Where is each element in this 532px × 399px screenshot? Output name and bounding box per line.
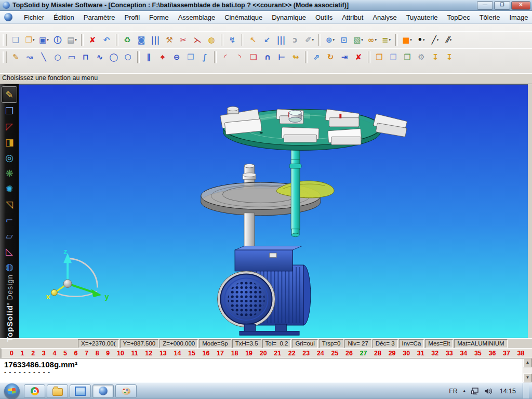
separator[interactable]: [242, 34, 244, 46]
open-icon[interactable]: ❐▾: [23, 33, 37, 47]
level-number[interactable]: 26: [345, 350, 353, 357]
level-number[interactable]: 36: [488, 350, 496, 357]
analyze-element-icon[interactable]: ↙: [260, 33, 274, 47]
level-number[interactable]: 4: [52, 350, 56, 357]
new-document-icon[interactable]: ❏: [9, 33, 23, 47]
level-number[interactable]: 7: [85, 350, 88, 357]
torus-icon[interactable]: ◍: [205, 33, 219, 47]
sidebar-bearing-icon[interactable]: ◎: [2, 150, 17, 165]
level-number[interactable]: 19: [245, 350, 252, 357]
speaker-icon[interactable]: [484, 388, 493, 395]
level-number[interactable]: 37: [503, 350, 510, 357]
save-icon[interactable]: ▣▾: [37, 33, 51, 47]
close-button[interactable]: ✕: [511, 1, 530, 10]
image-capture-icon[interactable]: ▧▾: [351, 33, 365, 47]
network-icon[interactable]: [471, 388, 480, 395]
level-number[interactable]: 11: [131, 350, 138, 357]
menu-item[interactable]: Analyse: [368, 12, 401, 23]
sidebar-pipe-icon[interactable]: ⌐: [2, 212, 17, 228]
level-number[interactable]: 28: [374, 350, 381, 357]
attribute-bars-icon[interactable]: |||: [149, 33, 163, 47]
box-solid-icon[interactable]: ❒: [184, 50, 198, 64]
recycle-bin-icon[interactable]: ♻: [121, 33, 135, 47]
toolbar-grip[interactable]: [3, 34, 7, 46]
separator[interactable]: [81, 34, 84, 46]
kinematic-cut-icon[interactable]: ✂: [177, 33, 191, 47]
taskbar-topsolid-button[interactable]: [92, 384, 114, 398]
menu-item[interactable]: Tôlerie: [475, 12, 504, 23]
level-number[interactable]: 33: [446, 350, 453, 357]
level-number[interactable]: 17: [217, 350, 224, 357]
menu-item[interactable]: Édition: [49, 12, 78, 23]
viewport-3d[interactable]: z y x: [19, 84, 528, 338]
rectangle-icon[interactable]: ▭: [65, 50, 79, 64]
circle-icon[interactable]: ○: [51, 50, 65, 64]
level-number[interactable]: 27: [360, 350, 367, 357]
menu-item[interactable]: Fichier: [20, 12, 48, 23]
taskbar-paint-button[interactable]: [115, 384, 137, 398]
taskbar-imageviewer-button[interactable]: [70, 384, 91, 398]
edit-function-icon[interactable]: ↯: [225, 33, 240, 47]
sidebar-turbine-icon[interactable]: ✺: [2, 181, 17, 196]
sidebar-sketch-icon[interactable]: ✎: [2, 86, 17, 103]
level-number[interactable]: 32: [431, 350, 438, 357]
assembly-constrain-icon[interactable]: ❒: [401, 50, 415, 64]
corner-frame-icon[interactable]: ⊓: [79, 50, 93, 64]
scroll-up-icon[interactable]: ▲: [523, 358, 532, 367]
tools-hammer-icon[interactable]: ⚒: [163, 33, 177, 47]
curve-tools-icon[interactable]: ↬: [289, 50, 303, 64]
hook-icon[interactable]: ɔ: [288, 33, 302, 47]
rotate-icon[interactable]: ↻: [324, 50, 338, 64]
level-number[interactable]: 18: [231, 350, 238, 357]
restore-button[interactable]: ❐: [494, 1, 510, 10]
level-number[interactable]: 6: [74, 350, 78, 357]
tray-expand-icon[interactable]: ▲: [462, 389, 467, 393]
document-info-icon[interactable]: ⓘ: [51, 33, 65, 47]
menu-item[interactable]: Tuyauterie: [402, 12, 442, 23]
delete-element-icon[interactable]: ✘: [352, 50, 366, 64]
assembly-part-icon[interactable]: ❒: [373, 50, 387, 64]
glasses-view-icon[interactable]: ∞▾: [365, 33, 379, 47]
level-number[interactable]: 34: [460, 350, 467, 357]
taskbar-explorer-button[interactable]: [47, 384, 68, 398]
separator[interactable]: [368, 51, 370, 63]
line-icon[interactable]: ╲: [37, 50, 51, 64]
level-number[interactable]: 5: [63, 350, 67, 357]
undo-icon[interactable]: ↶: [100, 33, 114, 47]
drilling-icon[interactable]: ↧: [429, 50, 443, 64]
language-indicator[interactable]: FR: [449, 388, 458, 395]
stamp-icon[interactable]: ✐▾: [302, 33, 316, 47]
spline-icon[interactable]: ∿: [93, 50, 107, 64]
mannequin-icon[interactable]: ⋋: [191, 33, 205, 47]
sidebar-solid-icon[interactable]: ❒: [2, 103, 17, 118]
separator[interactable]: [305, 51, 308, 63]
separator[interactable]: [221, 34, 223, 46]
sidebar-surface-icon[interactable]: ◸: [2, 118, 17, 134]
modify-element-icon[interactable]: ↖: [246, 33, 260, 47]
separator[interactable]: [137, 51, 140, 63]
message-scrollbar[interactable]: ▲ ▼: [523, 358, 532, 382]
drilling-table-icon[interactable]: ↧: [443, 50, 457, 64]
fillet-corner-icon[interactable]: ◜: [219, 50, 233, 64]
level-number[interactable]: 16: [203, 350, 210, 357]
level-number[interactable]: 23: [302, 350, 310, 357]
menu-item[interactable]: Forme: [145, 12, 173, 23]
swept-shape-icon[interactable]: ∫: [198, 50, 212, 64]
level-number[interactable]: 0: [10, 350, 14, 357]
level-number[interactable]: 10: [117, 350, 124, 357]
level-number[interactable]: 3: [42, 350, 46, 357]
menu-item[interactable]: Outils: [311, 12, 337, 23]
menu-item[interactable]: Image: [505, 12, 532, 23]
level-number[interactable]: 21: [274, 350, 281, 357]
separator[interactable]: [214, 51, 217, 63]
minimize-button[interactable]: —: [477, 1, 493, 10]
sidebar-bent-sheet-icon[interactable]: ◹: [2, 196, 17, 212]
point-style-icon[interactable]: •▾: [414, 33, 428, 47]
sketch-icon[interactable]: ✎: [9, 50, 23, 64]
parameter-bars-icon[interactable]: |||: [274, 33, 288, 47]
zoom-fit-icon[interactable]: ⊡: [337, 33, 351, 47]
separator[interactable]: [395, 34, 398, 46]
level-number[interactable]: 38: [517, 350, 525, 357]
level-number[interactable]: 13: [159, 350, 167, 357]
level-number[interactable]: 22: [288, 350, 296, 357]
